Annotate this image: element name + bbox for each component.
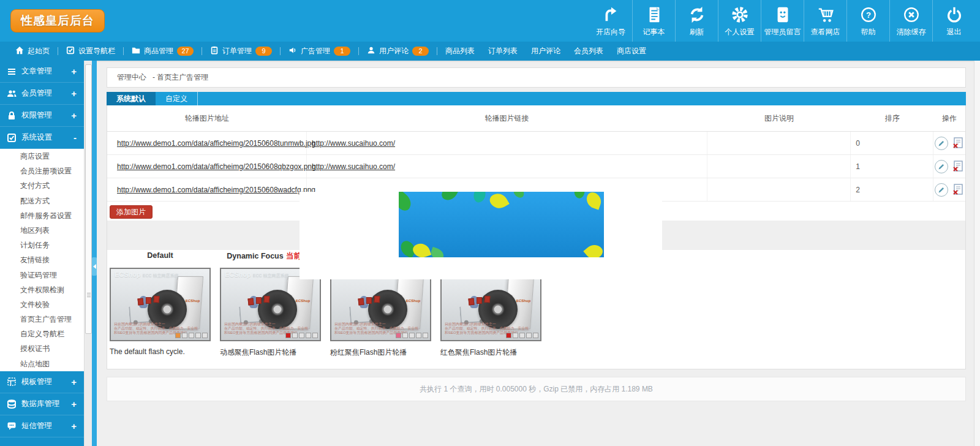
sidebar-scrollbar-thumb[interactable]	[85, 64, 92, 334]
sidebar-item-cron-tasks[interactable]: 计划任务	[0, 238, 84, 252]
nav-item-shop-settings[interactable]: 商店设置	[610, 46, 653, 56]
sidebar-item-shop-settings[interactable]: 商店设置	[0, 149, 84, 164]
section-label: 文章管理	[21, 66, 52, 77]
sort-value: 0	[856, 139, 860, 148]
sidebar-section-member[interactable]: 会员管理 +	[0, 83, 84, 105]
nav-item-goods-admin[interactable]: 商品管理 27	[125, 46, 200, 56]
clear-cache-button[interactable]: 清除缓存	[889, 0, 932, 42]
link-url-link[interactable]: http://www.sucaihuo.com/	[312, 139, 395, 148]
help-button[interactable]: ? 帮助	[846, 0, 889, 42]
tab-custom[interactable]: 自定义	[156, 92, 197, 105]
box-front	[484, 296, 491, 303]
nav-label: 商品管理	[144, 46, 173, 56]
sidebar-item-captcha[interactable]: 验证码管理	[0, 268, 84, 282]
tab-system-default[interactable]: 系统默认	[107, 92, 156, 105]
view-shop-button[interactable]: 查看网店	[804, 0, 846, 42]
sidebar-section-template[interactable]: 模板管理 +	[0, 371, 84, 393]
nav-item-order-list[interactable]: 订单列表	[481, 46, 524, 56]
notepad-button[interactable]: 记事本	[632, 0, 675, 42]
edit-button[interactable]	[935, 137, 948, 150]
tool-label: 记事本	[643, 27, 665, 37]
sidebar-collapse-handle[interactable]	[92, 257, 97, 276]
box-front	[366, 297, 372, 304]
personal-settings-button[interactable]: 个人设置	[718, 0, 761, 42]
app-logo: 性感皇后后台	[10, 9, 105, 32]
tool-label: 退出	[947, 27, 962, 37]
shop-wizard-button[interactable]: 开店向导	[589, 0, 632, 42]
nav-item-member-list[interactable]: 会员列表	[567, 46, 610, 56]
box-front	[137, 298, 143, 306]
box-front	[264, 296, 270, 303]
delete-button[interactable]	[952, 160, 964, 172]
sidebar-item-friend-links[interactable]: 友情链接	[0, 252, 84, 267]
sidebar-item-sitemap[interactable]: 站点地图	[0, 357, 84, 371]
sidebar-item-home-main-ad[interactable]: 首页主广告管理	[0, 312, 84, 327]
delete-button[interactable]	[952, 137, 964, 149]
sidebar-item-file-permission-check[interactable]: 文件权限检测	[0, 282, 84, 297]
sidebar-item-payment-methods[interactable]: 支付方式	[0, 178, 84, 193]
nav-item-ad-admin[interactable]: 广告管理 1	[282, 46, 357, 56]
lock-icon	[6, 111, 17, 121]
page-scrollbar-track[interactable]	[974, 61, 980, 446]
help-icon: ?	[859, 5, 878, 25]
add-image-button[interactable]: 添加图片	[110, 205, 153, 219]
sidebar-item-license[interactable]: 授权证书	[0, 341, 84, 356]
nav-item-nav-settings[interactable]: 设置导航栏	[59, 46, 122, 56]
nav-item-order-admin[interactable]: 订单管理 9	[203, 46, 279, 56]
section-label: 短信管理	[21, 421, 52, 431]
nav-separator	[437, 47, 437, 55]
nav-separator	[280, 47, 281, 55]
admin-message-button[interactable]: 管理员留言	[761, 0, 804, 42]
sidebar-item-region-list[interactable]: 地区列表	[0, 223, 84, 238]
sidebar-item-custom-navbar[interactable]: 自定义导航栏	[0, 327, 84, 341]
description-cell	[707, 155, 851, 178]
nav-item-start-page[interactable]: 起始页	[9, 46, 56, 56]
description-cell	[707, 178, 851, 201]
section-label: 数据库管理	[21, 399, 60, 409]
sidebar-splitter[interactable]	[92, 61, 97, 446]
section-label: 权限管理	[21, 110, 52, 121]
toolbar: 开店向导 记事本 刷新 个人设置	[589, 0, 975, 42]
sidebar-item-file-verify[interactable]: 文件校验	[0, 297, 84, 312]
tool-label: 查看网店	[811, 27, 840, 37]
topbar: 性感皇后后台 开店向导 记事本 刷新	[0, 0, 980, 42]
sidebar-item-member-register-settings[interactable]: 会员注册项设置	[0, 164, 84, 178]
breadcrumb-root[interactable]: 管理中心	[117, 72, 146, 83]
image-url-link[interactable]: http://www.demo1.com/data/afficheimg/201…	[117, 139, 315, 148]
delete-button[interactable]	[952, 183, 964, 195]
nav-item-goods-list[interactable]: 商品列表	[439, 46, 481, 56]
sidebar-section-permission[interactable]: 权限管理 +	[0, 105, 84, 127]
sidebar-section-article[interactable]: 文章管理 +	[0, 61, 84, 83]
image-url-link[interactable]: http://www.demo1.com/data/afficheimg/201…	[117, 162, 316, 171]
sidebar-scrollbar-track[interactable]	[84, 61, 92, 446]
sidebar-item-mail-server[interactable]: 邮件服务器设置	[0, 208, 84, 223]
tool-label: 刷新	[690, 27, 704, 37]
refresh-button[interactable]: 刷新	[675, 0, 718, 42]
nav-label: 用户评论	[379, 46, 409, 56]
hamburger-icon	[6, 67, 17, 77]
sidebar-section-system[interactable]: 系统设置 -	[0, 127, 84, 149]
style-caption: 动感聚焦Flash图片轮播	[220, 347, 323, 358]
link-url-link[interactable]: http://www.sucaihuo.com/	[312, 162, 395, 171]
nav-separator	[58, 47, 58, 55]
chat-bubble-icon	[6, 421, 17, 431]
style-thumbnail[interactable]: ECShopECC 独立网店系统 ECShop 目前国内最流行的购物系统之一 在…	[110, 268, 211, 341]
person-icon	[367, 46, 375, 56]
pager-dots	[175, 333, 208, 338]
thumb-brand: ECShopECC 独立网店系统	[225, 271, 289, 279]
edit-button[interactable]	[935, 160, 948, 173]
sidebar-item-shipping-methods[interactable]: 配送方式	[0, 194, 84, 208]
nav-item-user-comments[interactable]: 用户评论	[524, 46, 567, 56]
thumb-brand: ECShopECC 独立网店系统	[115, 271, 179, 279]
col-header-actions: 操作	[933, 113, 965, 124]
pager-dots	[285, 333, 318, 338]
edit-button[interactable]	[935, 183, 948, 197]
box-front	[154, 296, 160, 303]
nav-item-user-comments-admin[interactable]: 用户评论 2	[360, 46, 435, 56]
leaf-decoration	[584, 192, 604, 210]
sidebar-section-database[interactable]: 数据库管理 +	[0, 393, 84, 415]
logout-button[interactable]: 退出	[932, 0, 975, 42]
image-url-link[interactable]: http://www.demo1.com/data/afficheimg/201…	[117, 186, 315, 194]
sidebar-section-sms[interactable]: 短信管理 +	[0, 415, 84, 437]
template-grid-icon	[6, 377, 17, 387]
